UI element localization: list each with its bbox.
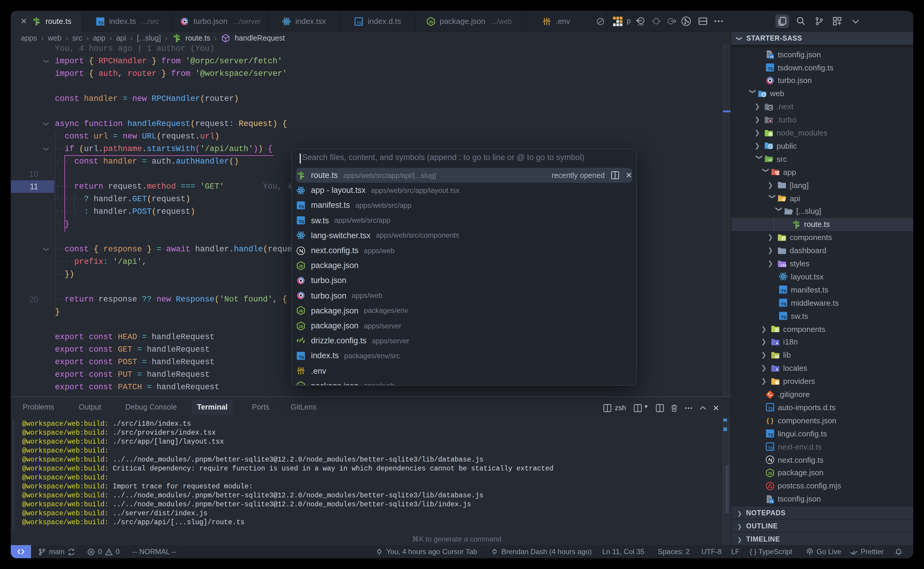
svg-text:JS: JS bbox=[767, 471, 772, 476]
svg-text:TS: TS bbox=[768, 446, 773, 450]
svg-text:TS: TS bbox=[299, 220, 304, 225]
svg-text:TS: TS bbox=[768, 406, 773, 411]
svg-text:JS: JS bbox=[298, 324, 303, 329]
svg-text:A: A bbox=[776, 341, 778, 345]
svg-text:A: A bbox=[776, 368, 778, 372]
svg-text:CSS: CSS bbox=[780, 263, 787, 267]
svg-text:TS: TS bbox=[98, 20, 103, 25]
svg-text:JS: JS bbox=[298, 263, 303, 268]
svg-text:TS: TS bbox=[768, 433, 773, 438]
svg-text:TS: TS bbox=[299, 355, 304, 360]
svg-text:TS: TS bbox=[768, 67, 773, 72]
svg-text:TS: TS bbox=[299, 204, 304, 209]
svg-text:TS: TS bbox=[770, 56, 773, 58]
svg-text:TS: TS bbox=[770, 500, 773, 503]
svg-text:JS: JS bbox=[428, 20, 433, 24]
svg-text:TS: TS bbox=[357, 20, 362, 25]
svg-text:TS: TS bbox=[781, 302, 786, 307]
svg-text:JS: JS bbox=[298, 384, 303, 386]
svg-text:{ }: { } bbox=[766, 417, 774, 424]
svg-text:JS: JS bbox=[298, 309, 303, 313]
svg-text:TS: TS bbox=[781, 289, 786, 294]
svg-text:p: p bbox=[627, 17, 631, 25]
svg-text:TS: TS bbox=[781, 315, 786, 320]
svg-text:#: # bbox=[783, 197, 785, 202]
svg-text:</>: </> bbox=[768, 158, 773, 162]
